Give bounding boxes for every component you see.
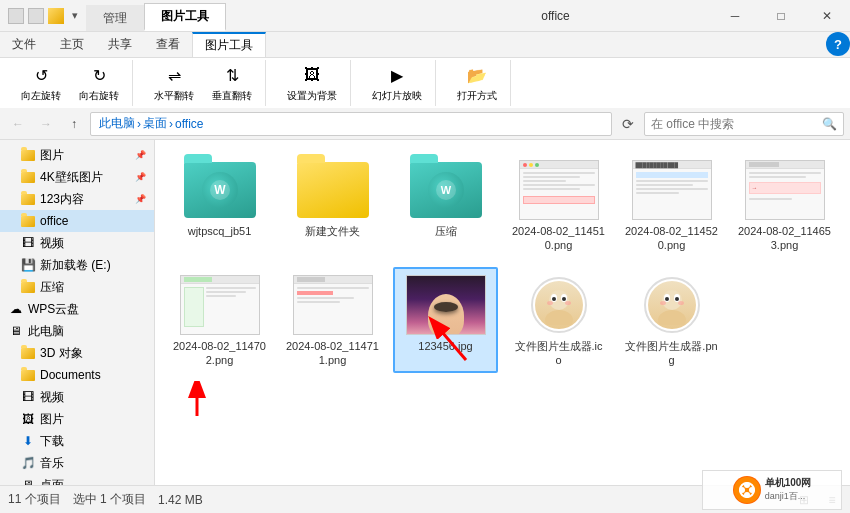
svg-point-19 bbox=[675, 297, 679, 301]
slideshow-button[interactable]: ▶ 幻灯片放映 bbox=[365, 60, 429, 106]
search-input[interactable] bbox=[651, 117, 822, 131]
file-label-png: 文件图片生成器.png bbox=[625, 339, 718, 368]
file-item-123456[interactable]: 123456.jpg bbox=[393, 267, 498, 374]
folder-thumb-compress: W bbox=[410, 162, 482, 218]
window-title: office bbox=[399, 9, 712, 23]
file-item-wjtpscq[interactable]: W wjtpscq_jb51 bbox=[167, 152, 272, 259]
compress-logo: W bbox=[428, 172, 464, 208]
screenshot-thumb-5 bbox=[293, 275, 373, 335]
ribbon-tab-home[interactable]: 主页 bbox=[48, 32, 96, 57]
sidebar-item-downloads[interactable]: ⬇ 下载 bbox=[0, 430, 154, 452]
rotate-left-button[interactable]: ↺ 向左旋转 bbox=[14, 60, 68, 106]
svg-text:W: W bbox=[440, 184, 451, 196]
svg-point-13 bbox=[565, 301, 571, 305]
dropdown-arrow: ▾ bbox=[72, 9, 78, 22]
sidebar-item-123[interactable]: 123内容 📌 bbox=[0, 188, 154, 210]
file-label-114702: 2024-08-02_114702.png bbox=[173, 339, 266, 368]
file-item-compress[interactable]: W 压缩 bbox=[393, 152, 498, 259]
forward-button[interactable]: → bbox=[34, 112, 58, 136]
sidebar-item-video[interactable]: 🎞 视频 bbox=[0, 232, 154, 254]
ribbon-tab-view[interactable]: 查看 bbox=[144, 32, 192, 57]
window-icon bbox=[8, 8, 24, 24]
folder-thumb-teal: W bbox=[184, 162, 256, 218]
file-item-png-generator[interactable]: 文件图片生成器.png bbox=[619, 267, 724, 374]
sidebar-item-this-pc[interactable]: 🖥 此电脑 bbox=[0, 320, 154, 342]
sidebar-item-music[interactable]: 🎵 音乐 bbox=[0, 452, 154, 474]
sidebar-item-office[interactable]: office bbox=[0, 210, 154, 232]
address-path[interactable]: 此电脑 › 桌面 › office bbox=[90, 112, 612, 136]
svg-line-5 bbox=[436, 325, 466, 360]
file-item-114520[interactable]: ████████████ bbox=[619, 152, 724, 259]
folder-icon bbox=[20, 279, 36, 295]
search-icon[interactable]: 🔍 bbox=[822, 117, 837, 131]
svg-point-20 bbox=[660, 301, 666, 305]
sidebar-item-3d[interactable]: 3D 对象 bbox=[0, 342, 154, 364]
ribbon-tab-share[interactable]: 共享 bbox=[96, 32, 144, 57]
tab-picture-tools[interactable]: 图片工具 bbox=[144, 3, 226, 31]
watermark-url: danji1百... bbox=[765, 490, 812, 503]
sidebar-item-4k[interactable]: 4K壁纸图片 📌 bbox=[0, 166, 154, 188]
sidebar-item-documents[interactable]: Documents bbox=[0, 364, 154, 386]
sidebar-item-pictures[interactable]: 图片 📌 bbox=[0, 144, 154, 166]
file-label-compress: 压缩 bbox=[435, 224, 457, 238]
desktop-icon: 🖥 bbox=[20, 477, 36, 485]
maximize-button[interactable]: □ bbox=[758, 0, 804, 32]
set-bg-button[interactable]: 🖼 设置为背景 bbox=[280, 60, 344, 106]
file-item-114711[interactable]: 2024-08-02_114711.png bbox=[280, 267, 385, 374]
minimize-button[interactable]: ─ bbox=[712, 0, 758, 32]
pin-icon2: 📌 bbox=[135, 172, 146, 182]
sidebar-item-pictures2[interactable]: 🖼 图片 bbox=[0, 408, 154, 430]
svg-point-18 bbox=[665, 297, 669, 301]
drive-icon: 💾 bbox=[20, 257, 36, 273]
path-desktop[interactable]: 桌面 bbox=[143, 115, 167, 132]
path-computer[interactable]: 此电脑 bbox=[99, 115, 135, 132]
ribbon-tab-picture[interactable]: 图片工具 bbox=[192, 32, 266, 57]
sidebar-item-wps-cloud[interactable]: ☁ WPS云盘 bbox=[0, 298, 154, 320]
video-icon: 🎞 bbox=[20, 235, 36, 251]
folder-icon bbox=[20, 213, 36, 229]
file-thumb-123456 bbox=[406, 275, 486, 335]
help-button[interactable]: ? bbox=[826, 32, 850, 56]
ribbon-tab-file[interactable]: 文件 bbox=[0, 32, 48, 57]
sidebar-item-drive-e[interactable]: 💾 新加载卷 (E:) bbox=[0, 254, 154, 276]
watermark-logo bbox=[733, 476, 761, 504]
path-office[interactable]: office bbox=[175, 117, 203, 131]
slideshow-icon: ▶ bbox=[385, 63, 409, 87]
file-label-114653: 2024-08-02_114653.png bbox=[738, 224, 831, 253]
sidebar-item-compress[interactable]: 压缩 bbox=[0, 276, 154, 298]
flip-horizontal-button[interactable]: ⇌ 水平翻转 bbox=[147, 60, 201, 106]
sidebar-item-videos[interactable]: 🎞 视频 bbox=[0, 386, 154, 408]
screenshot-thumb-4 bbox=[180, 275, 260, 335]
close-button[interactable]: ✕ bbox=[804, 0, 850, 32]
pin-icon3: 📌 bbox=[135, 194, 146, 204]
separator1: › bbox=[137, 117, 141, 131]
open-with-button[interactable]: 📂 打开方式 bbox=[450, 60, 504, 106]
status-bar-right: ⊞ ≡ 单机100网 danji1百.. bbox=[794, 490, 842, 510]
refresh-button[interactable]: ⟳ bbox=[616, 112, 640, 136]
sidebar-item-desktop[interactable]: 🖥 桌面 bbox=[0, 474, 154, 485]
file-label-114711: 2024-08-02_114711.png bbox=[286, 339, 379, 368]
rotate-right-button[interactable]: ↻ 向右旋转 bbox=[72, 60, 126, 106]
status-bar: 11 个项目 选中 1 个项目 1.42 MB ⊞ ≡ bbox=[0, 485, 850, 513]
back-button[interactable]: ← bbox=[6, 112, 30, 136]
file-item-ico-generator[interactable]: 文件图片生成器.ico bbox=[506, 267, 611, 374]
flip-vertical-button[interactable]: ⇅ 垂直翻转 bbox=[205, 60, 259, 106]
download-icon: ⬇ bbox=[20, 433, 36, 449]
screenshot-thumb-2: ████████████ bbox=[632, 160, 712, 220]
file-item-newfolder[interactable]: 新建文件夹 bbox=[280, 152, 385, 259]
video-icon2: 🎞 bbox=[20, 389, 36, 405]
tab-manage[interactable]: 管理 bbox=[86, 5, 144, 31]
file-size: 1.42 MB bbox=[158, 493, 203, 507]
rotate-right-icon: ↻ bbox=[87, 63, 111, 87]
search-box: 🔍 bbox=[644, 112, 844, 136]
file-thumb-114711 bbox=[293, 275, 373, 335]
up-button[interactable]: ↑ bbox=[62, 112, 86, 136]
flip-v-icon: ⇅ bbox=[220, 63, 244, 87]
file-item-114653[interactable]: → 2024-08-02_114653.png bbox=[732, 152, 837, 259]
file-item-114702[interactable]: 2024-08-02_114702.png bbox=[167, 267, 272, 374]
address-bar: ← → ↑ 此电脑 › 桌面 › office ⟳ 🔍 bbox=[0, 108, 850, 140]
svg-point-26 bbox=[739, 487, 745, 493]
music-icon: 🎵 bbox=[20, 455, 36, 471]
file-label-ico: 文件图片生成器.ico bbox=[512, 339, 605, 368]
file-item-114510[interactable]: 2024-08-02_114510.png bbox=[506, 152, 611, 259]
